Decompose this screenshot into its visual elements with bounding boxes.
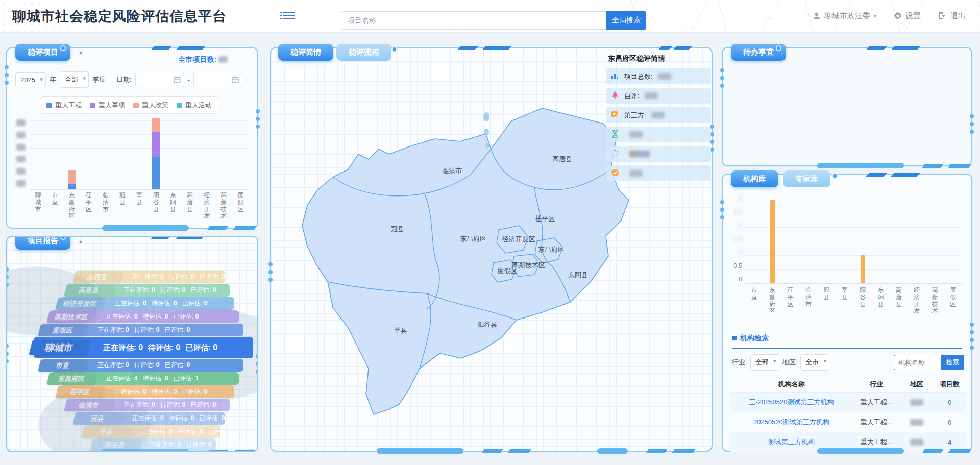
region-name-tag: 高新技术区 [46, 311, 96, 323]
x-axis-label: 高新技术 [931, 287, 939, 315]
region-report-row[interactable]: 东昌府区正在评估: 4待评估: 0已评估: 1 [51, 372, 239, 385]
region-report-row[interactable]: 聊城市正在评估: 0待评估: 0已评估: 0 [34, 337, 253, 358]
legend-item[interactable]: 重大政策 [133, 101, 168, 110]
y-axis-tick: 2 [739, 222, 742, 229]
map-region-label[interactable]: 东昌府区 [460, 234, 486, 243]
year-select[interactable]: 2025 [15, 72, 46, 87]
year-suffix-label: 年 [50, 75, 56, 84]
col-region: 地区 [900, 377, 933, 393]
stat-label: 正在评估: [106, 375, 134, 382]
map-region-label[interactable]: 高唐县 [552, 155, 572, 164]
tab-org-library[interactable]: 机构库 [731, 170, 778, 187]
stat-label: 正在评估: [141, 428, 169, 435]
org-name-link[interactable]: 20250520测试第三方机构 [730, 412, 853, 432]
map-region-label[interactable]: 东阿县 [568, 271, 588, 280]
region-report-row[interactable]: 冠县正在评估: 0待评估: 0已评估: 0 [77, 412, 225, 425]
map-region-label[interactable]: 度假区 [497, 266, 517, 276]
stat-value: 0 [186, 361, 190, 369]
district-brief-title: 东昌府区稳评简情 [608, 54, 711, 63]
map-region-label[interactable]: 高新技术区 [512, 261, 545, 270]
user-menu[interactable]: 聊城市政法委 ▾ [813, 11, 876, 21]
bar-column[interactable] [68, 170, 76, 189]
org-search-button[interactable]: 检索 [941, 355, 964, 370]
stat-label: 待评估: [169, 414, 191, 422]
legend-item[interactable]: 重大活动 [177, 101, 212, 110]
stat-label: 已评估: [185, 343, 213, 352]
region-report-row[interactable]: 阳谷县正在评估: 0待评估: 0已评估: 0 [94, 438, 216, 451]
col-org-name: 机构名称 [730, 377, 853, 393]
map-region-label[interactable]: 莘县 [394, 326, 407, 335]
stat-value: 0 [230, 427, 233, 435]
stat-label: 待评估: [160, 401, 182, 408]
col-industry: 行业 [853, 377, 900, 393]
stat-value: 0 [138, 343, 143, 352]
x-axis-label: 东昌府区 [769, 287, 776, 315]
date-end-input[interactable] [193, 72, 242, 87]
map-region-label[interactable]: 冠县 [391, 225, 404, 234]
region-report-row[interactable]: 东阿县正在评估: 0待评估: 0已评估: 0 [77, 271, 225, 283]
user-name: 聊城市政法委 [824, 11, 870, 21]
region-report-row[interactable]: 市直正在评估: 0待评估: 0已评估: 0 [42, 359, 243, 372]
region-report-stats: 正在评估: 0待评估: 0已评估: 0 [124, 286, 222, 295]
district-brief-row: 自评: [606, 88, 711, 104]
stat-value: 0 [165, 312, 168, 320]
region-report-row[interactable]: 高新技术区正在评估: 0待评估: 0已评估: 0 [51, 310, 239, 323]
logout-button[interactable]: 退出 [938, 11, 966, 21]
menu-icon[interactable] [280, 10, 295, 21]
bar-column[interactable] [770, 200, 775, 283]
region-report-row[interactable]: 茌平区正在评估: 0待评估: 0已评估: 0 [60, 385, 234, 398]
stat-label: 已评估: [165, 326, 187, 333]
map-region-label[interactable]: 阳谷县 [477, 320, 497, 329]
global-search-button[interactable]: 全局搜索 [606, 11, 646, 30]
stat-value: 0 [174, 387, 177, 395]
stat-value: 0 [156, 361, 160, 369]
region-report-row[interactable]: 临清市正在评估: 0待评估: 0已评估: 0 [68, 399, 230, 411]
quarter-select[interactable]: 全部 [60, 71, 89, 88]
city-project-total-value-redacted [218, 56, 228, 63]
org-search-section-link[interactable]: 机构检索 [732, 334, 962, 349]
district-brief-label: 自评: [624, 91, 640, 101]
legend-label: 重大事项 [99, 101, 125, 110]
map-region-label[interactable]: 东昌府区 [538, 245, 565, 254]
legend-label: 重大工程 [55, 101, 82, 110]
date-start-input[interactable] [135, 72, 184, 87]
region-report-row[interactable]: 度假区正在评估: 0待评估: 0已评估: 0 [42, 324, 243, 336]
tab-expert-library[interactable]: 专家库 [783, 170, 830, 187]
redacted-value [629, 151, 650, 157]
x-axis-label: 东昌府区 [68, 192, 76, 220]
tab-assessment-brief[interactable]: 稳评简情 [278, 44, 333, 61]
region-select[interactable]: 全市 [800, 354, 829, 371]
region-report-row[interactable]: 高唐县正在评估: 0待评估: 0已评估: 0 [68, 284, 230, 297]
stat-value: 0 [191, 273, 194, 280]
x-axis-label: 度假区 [949, 287, 957, 315]
y-axis-tick: 1.5 [733, 235, 742, 242]
org-name-link[interactable]: 三-20250520测试第三方机构 [730, 393, 853, 412]
map-region-label[interactable]: 经济开发区 [502, 235, 535, 244]
region-report-row[interactable]: 莘县正在评估: 0待评估: 0已评估: 0 [86, 425, 220, 438]
tab-assessment-flow[interactable]: 稳评流程 [336, 44, 391, 61]
stat-value: 0 [195, 312, 199, 320]
stat-value: 0 [221, 414, 225, 422]
x-axis-label: 莘县 [135, 192, 143, 220]
org-bar-chart [745, 199, 962, 284]
map-region-label[interactable]: 茌平区 [535, 214, 555, 224]
legend-item[interactable]: 重大工程 [46, 101, 82, 110]
org-name-input[interactable] [894, 355, 941, 370]
industry-select[interactable]: 全部 [750, 354, 779, 371]
map-region-label[interactable]: 临清市 [442, 166, 462, 176]
bar-column[interactable] [861, 255, 865, 283]
legend-item[interactable]: 重大事项 [90, 101, 125, 110]
region-name-tag: 高唐县 [64, 284, 114, 297]
x-axis-label: 市直 [750, 287, 758, 315]
region-report-row[interactable]: 经济开发区正在评估: 0待评估: 0已评估: 0 [60, 297, 234, 310]
x-axis-label: 经济开发 [913, 287, 921, 315]
district-brief-row: 项目总数: [606, 68, 711, 84]
bullet-square-icon [732, 336, 737, 340]
region-name-tag: 市直 [38, 359, 88, 372]
region-name-tag: 阳谷县 [90, 439, 140, 451]
stat-label: 正在评估: [97, 326, 126, 333]
stat-value: 0 [200, 427, 203, 435]
settings-button[interactable]: 设置 [894, 11, 921, 21]
bar-column[interactable] [152, 118, 160, 189]
global-search-input[interactable] [341, 11, 606, 30]
